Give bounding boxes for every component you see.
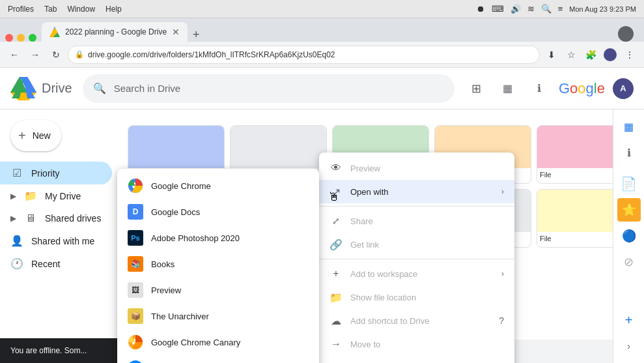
open-with-icon: ↗ bbox=[329, 185, 343, 198]
volume-icon: 🔊 bbox=[511, 4, 521, 14]
os-menu-help[interactable]: Help bbox=[105, 5, 122, 14]
drive-header: Drive 🔍 Search in Drive ⊞ ▦ ℹ Google A bbox=[0, 68, 644, 109]
sidebar-item-priority-label: Priority bbox=[31, 168, 60, 179]
forward-btn[interactable]: → bbox=[26, 46, 44, 64]
browser-tab-active[interactable]: 2022 planning - Google Drive ✕ bbox=[42, 22, 188, 42]
address-bar[interactable]: 🔒 drive.google.com/drive/folders/1kMfdOh… bbox=[68, 46, 540, 64]
minimize-window-btn[interactable] bbox=[17, 34, 25, 42]
right-panel-star-icon[interactable]: ⭐ bbox=[617, 198, 641, 222]
shared-with-me-icon: 👤 bbox=[10, 235, 23, 247]
open-with-chrome[interactable]: Google Chrome bbox=[117, 173, 319, 199]
menu-item-preview[interactable]: 👁 Preview bbox=[319, 156, 514, 180]
plus-icon: + bbox=[18, 128, 26, 143]
drive-logo: Drive bbox=[10, 77, 72, 100]
menu-item-share[interactable]: ⤢ Share bbox=[319, 209, 514, 233]
offline-banner: You are offline. Som... bbox=[0, 338, 117, 363]
apps-grid-btn[interactable]: ⊞ bbox=[465, 77, 488, 100]
profile-btn[interactable] bbox=[601, 46, 619, 64]
sidebar-item-priority[interactable]: ☑ Priority bbox=[0, 162, 112, 184]
sidebar-item-my-drive[interactable]: ▶ 📁 My Drive bbox=[0, 184, 112, 207]
open-with-books[interactable]: 📚 Books bbox=[117, 251, 319, 277]
new-button[interactable]: + New bbox=[10, 120, 61, 151]
menu-item-add-workspace[interactable]: + Add to workspace › bbox=[319, 262, 514, 285]
os-menu-window[interactable]: Window bbox=[67, 5, 95, 14]
link-icon: 🔗 bbox=[329, 238, 343, 251]
recent-icon: 🕐 bbox=[10, 257, 23, 270]
menu-share-label: Share bbox=[350, 216, 373, 226]
menu-btn[interactable]: ⋮ bbox=[621, 46, 639, 64]
menu-item-add-starred[interactable]: ☆ Add to Starred bbox=[319, 356, 514, 363]
books-icon: 📚 bbox=[128, 256, 143, 272]
wifi-icon: ≋ bbox=[527, 4, 535, 14]
menu-item-show-location[interactable]: 📁 Show file location bbox=[319, 285, 514, 309]
extensions-btn[interactable]: 🧩 bbox=[581, 46, 600, 64]
menu-move-to-label: Move to bbox=[350, 340, 380, 349]
open-with-unarchiver[interactable]: 📦 The Unarchiver bbox=[117, 303, 319, 329]
sidebar-item-my-drive-label: My Drive bbox=[45, 191, 81, 201]
chrome-icon bbox=[128, 178, 143, 194]
maximize-window-btn[interactable] bbox=[29, 34, 36, 42]
open-with-unarchiver-label: The Unarchiver bbox=[151, 312, 209, 321]
tab-close-btn[interactable]: ✕ bbox=[172, 27, 180, 37]
context-menu: 👁 Preview ↗ Open with › ⤢ Share 🔗 Get li… bbox=[319, 152, 514, 363]
open-with-docs[interactable]: D Google Docs bbox=[117, 199, 319, 225]
open-with-preview[interactable]: 🖼 Preview bbox=[117, 277, 319, 303]
add-workspace-icon: + bbox=[329, 267, 343, 280]
folder-icon: 📁 bbox=[329, 291, 343, 304]
menu-item-move-to[interactable]: → Move to bbox=[319, 332, 514, 356]
notification-icon[interactable]: ≡ bbox=[558, 4, 563, 14]
right-panel-info-btn[interactable]: ℹ bbox=[617, 141, 641, 164]
right-panel: ▦ ℹ 📄 ⭐ 🔵 ⊘ + › bbox=[613, 109, 644, 363]
open-with-photoshop-label: Adobe Photoshop 2020 bbox=[151, 233, 240, 243]
drive-logo-text: Drive bbox=[42, 81, 72, 96]
user-avatar[interactable]: A bbox=[613, 78, 634, 99]
close-window-btn[interactable] bbox=[5, 34, 13, 42]
menu-show-location-label: Show file location bbox=[350, 293, 416, 302]
nav-bar: ← → ↻ 🔒 drive.google.com/drive/folders/1… bbox=[0, 42, 644, 68]
open-with-docs-label: Google Docs bbox=[151, 207, 200, 217]
menu-divider-1 bbox=[319, 206, 514, 207]
grid-view-btn[interactable]: ▦ bbox=[496, 77, 520, 100]
os-menu-tab[interactable]: Tab bbox=[44, 5, 57, 14]
back-btn[interactable]: ← bbox=[5, 46, 23, 64]
reload-btn[interactable]: ↻ bbox=[47, 46, 65, 64]
docs-icon: D bbox=[128, 204, 143, 220]
info-btn[interactable]: ℹ bbox=[527, 77, 551, 100]
chrome-canary-icon bbox=[128, 334, 143, 350]
right-panel-add-btn[interactable]: + bbox=[617, 308, 641, 332]
search-os-icon[interactable]: 🔍 bbox=[541, 4, 552, 14]
new-tab-btn[interactable]: + bbox=[188, 28, 205, 42]
right-panel-blue-circle[interactable]: 🔵 bbox=[617, 224, 641, 248]
sidebar-item-shared-with-me[interactable]: 👤 Shared with me bbox=[0, 229, 112, 252]
search-box[interactable]: 🔍 Search in Drive bbox=[83, 74, 455, 103]
open-with-menu: Google Chrome D Google Docs Ps Adobe Pho… bbox=[117, 169, 319, 363]
open-with-photoshop[interactable]: Ps Adobe Photoshop 2020 bbox=[117, 225, 319, 251]
sidebar: + New ☑ Priority ▶ 📁 My Drive ▶ 🖥 Shared… bbox=[0, 109, 117, 363]
right-panel-doc-icon[interactable]: 📄 bbox=[617, 172, 641, 196]
open-with-chrome-canary[interactable]: Google Chrome Canary bbox=[117, 329, 319, 355]
time-display: Mon Aug 23 9:23 PM bbox=[569, 5, 636, 13]
os-bar: Profiles Tab Window Help ⏺ ⌨ 🔊 ≋ 🔍 ≡ Mon… bbox=[0, 0, 644, 18]
share-icon: ⤢ bbox=[329, 214, 343, 227]
download-btn[interactable]: ⬇ bbox=[542, 46, 561, 64]
right-panel-chevron-right[interactable]: › bbox=[617, 334, 641, 358]
sidebar-item-recent[interactable]: 🕐 Recent bbox=[0, 252, 112, 275]
menu-item-open-with[interactable]: ↗ Open with › bbox=[319, 180, 514, 203]
open-with-safari[interactable]: 🧭 Safari bbox=[117, 355, 319, 363]
right-panel-grid-btn[interactable]: ▦ bbox=[617, 115, 641, 138]
shortcut-help-icon[interactable]: ? bbox=[499, 315, 504, 326]
os-bar-right: ⏺ ⌨ 🔊 ≋ 🔍 ≡ Mon Aug 23 9:23 PM bbox=[477, 4, 636, 14]
lock-icon: 🔒 bbox=[75, 50, 84, 59]
tab-favicon bbox=[49, 27, 60, 37]
menu-item-get-link[interactable]: 🔗 Get link bbox=[319, 233, 514, 256]
os-menu-profiles[interactable]: Profiles bbox=[8, 5, 34, 14]
tab-bar: 2022 planning - Google Drive ✕ + bbox=[0, 18, 644, 42]
new-button-label: New bbox=[33, 130, 51, 141]
browser-profile-icon[interactable] bbox=[618, 26, 634, 42]
sidebar-item-shared-drives[interactable]: ▶ 🖥 Shared drives bbox=[0, 207, 112, 229]
bookmark-btn[interactable]: ☆ bbox=[562, 46, 580, 64]
menu-item-add-shortcut[interactable]: ☁ Add shortcut to Drive ? bbox=[319, 309, 514, 332]
menu-divider-2 bbox=[319, 259, 514, 259]
open-with-chrome-label: Google Chrome bbox=[151, 181, 211, 191]
photoshop-icon: Ps bbox=[128, 230, 143, 246]
